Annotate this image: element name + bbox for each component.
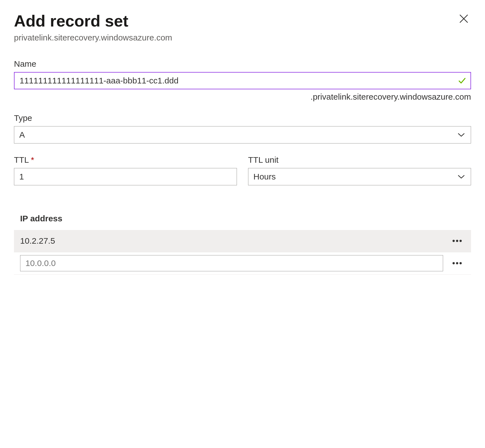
ip-new-input[interactable] <box>20 255 443 271</box>
ttl-unit-select[interactable]: Hours <box>248 168 471 185</box>
ip-row-new: ••• <box>14 252 471 275</box>
checkmark-icon <box>458 77 466 85</box>
ip-address-section-label: IP address <box>14 214 471 223</box>
row-more-button[interactable]: ••• <box>450 234 465 248</box>
name-label: Name <box>14 59 471 69</box>
ttl-label: TTL * <box>14 155 237 165</box>
ip-value: 10.2.27.5 <box>20 236 450 246</box>
more-icon: ••• <box>452 258 463 268</box>
close-icon <box>459 14 469 24</box>
ip-row: 10.2.27.5 ••• <box>14 230 471 252</box>
more-icon: ••• <box>452 236 463 245</box>
row-more-button[interactable]: ••• <box>450 256 465 270</box>
name-suffix: .privatelink.siterecovery.windowsazure.c… <box>14 92 471 102</box>
panel-title: Add record set <box>14 11 128 31</box>
type-label: Type <box>14 113 471 123</box>
type-select[interactable]: A <box>14 126 471 143</box>
ttl-input[interactable] <box>14 168 237 185</box>
required-indicator: * <box>31 155 34 164</box>
name-input[interactable] <box>14 72 471 89</box>
close-button[interactable] <box>457 11 471 28</box>
panel-subtitle: privatelink.siterecovery.windowsazure.co… <box>14 33 471 42</box>
ttl-unit-label: TTL unit <box>248 155 471 165</box>
